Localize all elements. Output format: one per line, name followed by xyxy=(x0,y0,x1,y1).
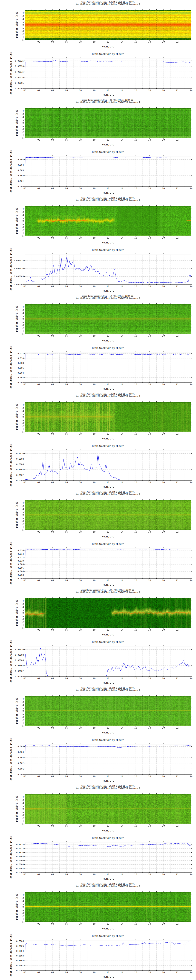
tick-label: 06 xyxy=(62,187,70,190)
tick-label: 20 xyxy=(159,923,167,925)
tick-label: 00 xyxy=(21,89,29,92)
tick-label: 14 xyxy=(118,873,126,876)
tick-label: 12 xyxy=(104,677,112,680)
spectrogram-x-axis-label: Hours, UTC xyxy=(25,241,191,244)
tick-label: 0.002 xyxy=(0,175,24,177)
tick-label: -2 xyxy=(0,127,24,130)
tick-label: -2 xyxy=(0,912,24,914)
tick-label: 06 xyxy=(62,89,70,92)
tick-label: 08 xyxy=(76,971,84,974)
tick-label: 00 xyxy=(21,873,29,876)
subchannel-section: Grape Narrow Spectrum, Freq. = 5.0 MHz, … xyxy=(0,294,196,392)
tick-label: 20 xyxy=(159,775,167,778)
amplitude-chart-title: Peak Amplitude by Minute xyxy=(25,641,191,643)
tick-label: 02 xyxy=(35,677,43,680)
tick-label: 12 xyxy=(104,187,112,190)
tick-label: 0 xyxy=(0,318,24,320)
amplitude-chart-title: Peak Amplitude by Minute xyxy=(25,52,191,56)
tick-label: 18 xyxy=(146,579,153,582)
tick-label: 16 xyxy=(132,138,140,141)
tick-label: 24 xyxy=(187,285,195,288)
spectrogram-title-line1: Grape Narrow Spectrum, Freq. = 10.0 MHz,… xyxy=(25,491,191,493)
tick-label: 0.008 xyxy=(0,362,24,364)
tick-label: 18 xyxy=(146,285,153,288)
tick-label: 16 xyxy=(132,824,140,827)
amplitude-x-axis-label: Hours, UTC xyxy=(25,191,191,194)
tick-label: 22 xyxy=(173,579,181,582)
amplitude-chart-title: Peak Amplitude by Minute xyxy=(25,347,191,350)
spectrogram-x-axis-label: Hours, UTC xyxy=(25,927,191,930)
tick-label: 08 xyxy=(76,41,84,43)
tick-label: -5 xyxy=(0,332,24,335)
tick-label: 02 xyxy=(35,873,43,876)
tick-label: 12 xyxy=(104,285,112,288)
tick-label: 1 xyxy=(0,119,24,121)
tick-label: 10 xyxy=(90,873,98,876)
tick-label: 3 xyxy=(0,505,24,507)
amplitude-chart-title: Peak Amplitude by Minute xyxy=(25,444,191,447)
tick-label: 06 xyxy=(62,285,70,288)
tick-label: 14 xyxy=(118,677,126,680)
tick-label: 06 xyxy=(62,41,70,43)
tick-label: -1 xyxy=(0,321,24,323)
tick-label: -4 xyxy=(0,36,24,38)
tick-label: 0.000005 xyxy=(0,275,24,278)
spectrogram-title-line2: Lat. 40.67, Long. -105.00 (GridDN70mq) S… xyxy=(25,101,191,103)
tick-label: 0 xyxy=(0,416,24,418)
tick-label: 04 xyxy=(49,824,56,827)
tick-label: 20 xyxy=(159,531,167,533)
tick-label: 20 xyxy=(159,285,167,288)
tick-label: 14 xyxy=(118,579,126,582)
amplitude-chart-title: Peak Amplitude by Minute xyxy=(25,248,191,251)
tick-label: 20 xyxy=(159,433,167,435)
amplitude-x-axis-label: Hours, UTC xyxy=(25,681,191,684)
tick-label: 20 xyxy=(159,41,167,43)
tick-label: 02 xyxy=(35,237,43,239)
tick-label: 06 xyxy=(62,579,70,582)
amplitude-x-axis-label: Hours, UTC xyxy=(25,878,191,880)
spectrogram-title-line1: Grape Narrow Spectrum, Freq. = 5.0 MHz, … xyxy=(25,295,191,297)
tick-label: 08 xyxy=(76,677,84,680)
tick-label: 22 xyxy=(173,971,181,974)
tick-label: 10 xyxy=(90,237,98,239)
tick-label: 08 xyxy=(76,824,84,827)
tick-label: 20 xyxy=(159,89,167,92)
tick-label: -5 xyxy=(0,137,24,139)
tick-label: -2 xyxy=(0,716,24,718)
tick-label: 0.00008 xyxy=(0,654,24,656)
tick-label: -1 xyxy=(0,418,24,421)
amplitude-chart-title: Peak Amplitude by Minute xyxy=(25,151,191,153)
tick-label: 10 xyxy=(90,433,98,435)
tick-label: 04 xyxy=(49,531,56,533)
tick-label: 04 xyxy=(49,628,56,631)
tick-label: 0.00000 xyxy=(0,87,24,89)
subchannel-section: Grape Narrow Spectrum, Freq. = 10.0 MHz,… xyxy=(0,490,196,588)
amplitude-x-axis-label: Hours, UTC xyxy=(25,388,191,390)
tick-label: 22 xyxy=(173,628,181,631)
tick-label: 02 xyxy=(35,481,43,484)
tick-label: 16 xyxy=(132,971,140,974)
tick-label: 04 xyxy=(49,187,56,190)
spectrogram-title-line2: Lat. 40.67, Long. -105.00 (GridDN70mq) S… xyxy=(25,199,191,201)
tick-label: 0.0001 xyxy=(0,964,24,967)
tick-label: 0.014 xyxy=(0,553,24,555)
tick-label: 3 xyxy=(0,113,24,115)
tick-label: 0 xyxy=(0,514,24,516)
tick-label: -3 xyxy=(0,229,24,231)
tick-label: 14 xyxy=(118,727,126,729)
tick-label: 3 xyxy=(0,309,24,311)
amplitude-chart-title: Peak Amplitude by Minute xyxy=(25,542,191,546)
tick-label: 0.0012 xyxy=(0,847,24,850)
tick-label: 10 xyxy=(90,285,98,288)
tick-label: 4 xyxy=(0,110,24,112)
tick-label: -5 xyxy=(0,627,24,629)
tick-label: 0 xyxy=(0,906,24,908)
tick-label: -1 xyxy=(0,811,24,813)
tick-label: 04 xyxy=(49,138,56,141)
tick-label: 0.006 xyxy=(0,566,24,569)
tick-label: 0.000 xyxy=(0,185,24,188)
tick-label: 0.000000 xyxy=(0,283,24,286)
tick-label: 08 xyxy=(76,873,84,876)
tick-label: 16 xyxy=(132,727,140,729)
tick-label: 24 xyxy=(187,873,195,876)
